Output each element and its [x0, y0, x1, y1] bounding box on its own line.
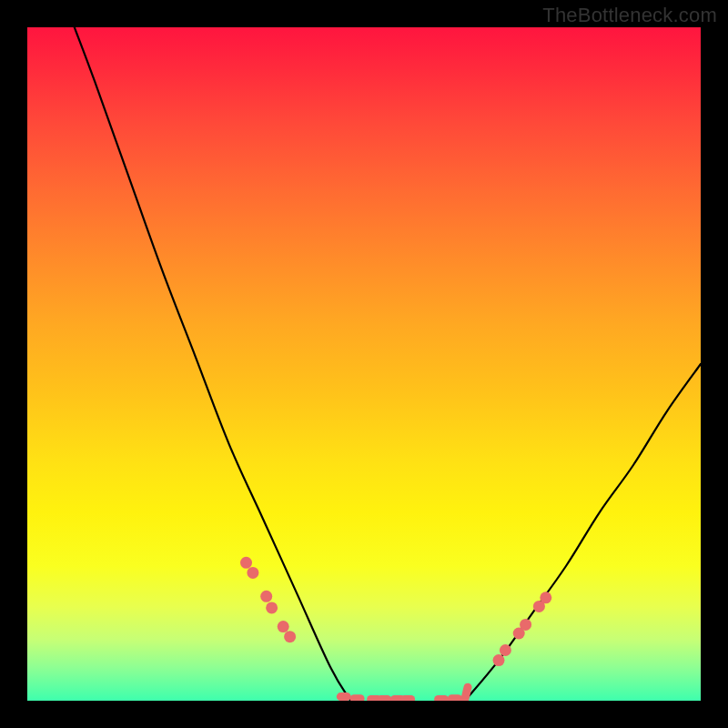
- data-marker: [240, 557, 252, 569]
- data-marker: [266, 602, 278, 613]
- markers-left-cluster: [240, 557, 296, 642]
- data-marker: [247, 567, 258, 579]
- hook-end-marker: [465, 687, 468, 699]
- curve-left-branch: [75, 27, 350, 701]
- watermark-text: TheBottleneck.com: [542, 4, 717, 27]
- data-marker: [448, 694, 462, 701]
- page-frame: TheBottleneck.com: [0, 0, 728, 728]
- data-marker: [278, 621, 289, 632]
- data-marker: [500, 644, 511, 656]
- chart-svg: [27, 27, 701, 701]
- markers-bottom-cluster: [337, 693, 462, 701]
- data-marker: [520, 619, 531, 631]
- data-marker: [434, 695, 449, 701]
- data-marker-hook: [465, 687, 468, 699]
- data-marker: [540, 592, 551, 603]
- data-marker: [337, 693, 351, 701]
- data-marker: [377, 695, 391, 701]
- data-marker: [400, 695, 415, 701]
- data-marker: [493, 654, 505, 666]
- data-marker: [284, 631, 296, 642]
- plot-area: [27, 27, 701, 701]
- data-marker: [260, 591, 272, 602]
- data-marker: [350, 694, 365, 701]
